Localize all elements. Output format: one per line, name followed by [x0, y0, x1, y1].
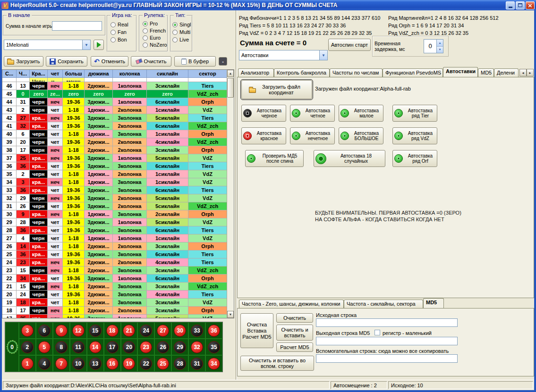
- autobet-tier-button[interactable]: Автоставка ряд Tier: [392, 105, 437, 122]
- tab-md5[interactable]: MD5: [478, 68, 494, 77]
- board-number[interactable]: 6: [38, 325, 51, 337]
- board-cell[interactable]: 30: [171, 322, 188, 339]
- table-row[interactable]: 2928чернчет19-363дюжи...1колонка5сиклайн…: [2, 218, 227, 226]
- tab-scroll-right-button[interactable]: ►: [527, 69, 534, 76]
- table-row[interactable]: 2315черннеч1-182дюжи...3колонка3сиклайнV…: [2, 267, 227, 275]
- board-number[interactable]: 17: [106, 341, 119, 353]
- board-cell[interactable]: 34: [205, 355, 222, 372]
- board-cell[interactable]: 16: [104, 355, 121, 372]
- table-row[interactable]: 2836кра...чет19-363дюжи...3колонка6сикла…: [2, 226, 227, 234]
- load-button[interactable]: Загрузить: [4, 56, 43, 67]
- tab-analyzer[interactable]: Анализатор: [238, 68, 274, 77]
- board-number[interactable]: 25: [157, 358, 169, 370]
- copy-to-buffer-button[interactable]: В буфер: [174, 56, 216, 67]
- md5-output-input[interactable]: [316, 337, 458, 345]
- close-button[interactable]: ×: [526, 1, 535, 9]
- radio-bon[interactable]: Bon: [111, 37, 127, 42]
- board-number[interactable]: 20: [123, 341, 135, 353]
- table-partial-row[interactable]: Чернн...менш: [2, 78, 227, 82]
- scroll-up-button[interactable]: ▲: [227, 70, 234, 77]
- md5-aux-input[interactable]: [316, 354, 458, 363]
- board-number[interactable]: 1: [21, 358, 34, 370]
- autobet-low-button[interactable]: Автоставка малое: [339, 105, 383, 122]
- lowercase-checkbox[interactable]: [374, 330, 380, 335]
- board-zero-cell[interactable]: 0: [5, 322, 19, 372]
- board-number[interactable]: 0: [7, 341, 17, 353]
- table-row[interactable]: 3920чернчет19-362дюжи...2колонка4сиклайн…: [2, 138, 227, 146]
- board-number[interactable]: 31: [191, 358, 203, 370]
- board-number[interactable]: 28: [174, 358, 186, 370]
- board-number[interactable]: 30: [174, 325, 186, 337]
- board-cell[interactable]: 9: [53, 322, 70, 339]
- table-scrollbar[interactable]: ▲ ▼: [227, 70, 234, 318]
- board-number[interactable]: 19: [123, 358, 135, 370]
- delay-input[interactable]: 0: [424, 40, 436, 53]
- board-cell[interactable]: 2: [19, 339, 36, 355]
- autobet-odd-button[interactable]: Автоставка нечетное: [290, 127, 335, 144]
- scroll-thumb[interactable]: [227, 78, 234, 98]
- board-number[interactable]: 5: [38, 341, 51, 353]
- autobet-orf-button[interactable]: Автоставка ряд Orf: [392, 150, 437, 167]
- autobet-even-button[interactable]: Автоставка четное: [290, 105, 335, 122]
- table-row[interactable]: 3126чернчет19-363дюжи...2колонка5сиклайн…: [2, 202, 227, 210]
- board-cell[interactable]: 24: [137, 322, 154, 339]
- board-cell[interactable]: 1: [19, 355, 36, 372]
- board-number[interactable]: 2: [21, 341, 34, 353]
- board-number[interactable]: 32: [191, 341, 203, 353]
- board-number[interactable]: 15: [89, 325, 102, 337]
- board-number[interactable]: 8: [55, 341, 68, 353]
- undo-button[interactable]: ↶Отменить: [91, 56, 128, 67]
- radio-pro[interactable]: Pro: [143, 21, 158, 26]
- table-row[interactable]: 2423кра...неч19-362дюжи...2колонка4сикла…: [2, 259, 227, 267]
- chevron-down-icon[interactable]: ▼: [319, 50, 327, 60]
- spin-up-button[interactable]: ▲: [437, 40, 443, 47]
- md5-clear-paste-button[interactable]: Очистить и вставить: [276, 325, 313, 341]
- autobet-black-button[interactable]: Автоставка черное: [241, 105, 286, 122]
- table-row[interactable]: 1817черннеч1-182дюжи...2колонка3сиклайнO…: [2, 307, 227, 315]
- board-cell[interactable]: 33: [188, 322, 205, 339]
- table-row[interactable]: 352чернчет1-181дюжи...2колонка1сиклайнVd…: [2, 170, 227, 178]
- board-cell[interactable]: 29: [171, 339, 188, 355]
- tab-freq-chances[interactable]: Частота - Zero, шансы, дюжины, колонки: [239, 300, 344, 308]
- board-cell[interactable]: 11: [70, 339, 87, 355]
- tab-scroll-left-button[interactable]: ◄: [519, 69, 527, 76]
- board-number[interactable]: 10: [72, 358, 85, 370]
- tab-md5-tools[interactable]: MD5: [423, 298, 444, 308]
- autobet-high-button[interactable]: Автоставка БОЛЬШОЕ: [339, 127, 383, 144]
- table-row[interactable]: 1725кра...неч19-363дюжи...1колонка5сикла…: [2, 315, 227, 318]
- table-row[interactable]: 2115черннеч1-182дюжи...3колонка3сиклайнV…: [2, 283, 227, 291]
- board-cell[interactable]: 13: [87, 355, 104, 372]
- md5-calc-button[interactable]: Расчет MD5: [276, 342, 313, 352]
- board-number[interactable]: 14: [89, 341, 102, 353]
- board-cell[interactable]: 15: [87, 322, 104, 339]
- table-row[interactable]: 3336кра...чет19-363дюжи...3колонка6сикла…: [2, 186, 227, 194]
- clear-paste-aux-button[interactable]: Очистить и вставить во вспом. строку: [240, 356, 314, 371]
- board-number[interactable]: 7: [55, 358, 68, 370]
- board-number[interactable]: 35: [208, 341, 220, 353]
- scroll-down-button[interactable]: ▼: [227, 311, 234, 318]
- table-row[interactable]: 3229черннеч19-363дюжи...2колонка5сиклайн…: [2, 194, 227, 202]
- table-row[interactable]: 4613черннеч1-182дюжи...1колонка3сиклайнT…: [2, 82, 227, 90]
- profile-combo[interactable]: 1Melonati ▼: [4, 40, 91, 50]
- table-row[interactable]: 2234кра...чет19-363дюжи...1колонка6сикла…: [2, 275, 227, 283]
- table-row[interactable]: 432чернчет1-181дюжи...2колонка1сиклайнVd…: [2, 106, 227, 114]
- board-number[interactable]: 29: [174, 341, 186, 353]
- radio-multi[interactable]: Multi: [172, 29, 190, 35]
- table-row[interactable]: 274чернчет1-181дюжи...1колонка1сиклайнVd…: [2, 234, 227, 242]
- board-number[interactable]: 27: [157, 325, 169, 337]
- board-cell[interactable]: 22: [137, 355, 154, 372]
- board-cell[interactable]: 36: [205, 322, 222, 339]
- board-cell[interactable]: 5: [36, 339, 53, 355]
- table-row[interactable]: 2614кра...чет1-182дюжи...2колонка3сиклай…: [2, 242, 227, 250]
- radio-real[interactable]: Real: [111, 22, 128, 27]
- board-number[interactable]: 22: [140, 358, 152, 370]
- spin-down-button[interactable]: ▼: [437, 47, 443, 53]
- board-cell[interactable]: 35: [205, 339, 222, 355]
- board-cell[interactable]: 14: [87, 339, 104, 355]
- board-number[interactable]: 24: [140, 325, 152, 337]
- table-row[interactable]: 450zeroze...zerozerozerozeroVdZ_zch: [2, 90, 227, 98]
- start-play-button[interactable]: [94, 40, 104, 50]
- board-cell[interactable]: 21: [121, 322, 138, 339]
- board-number[interactable]: 26: [157, 341, 169, 353]
- board-cell[interactable]: 31: [188, 355, 205, 372]
